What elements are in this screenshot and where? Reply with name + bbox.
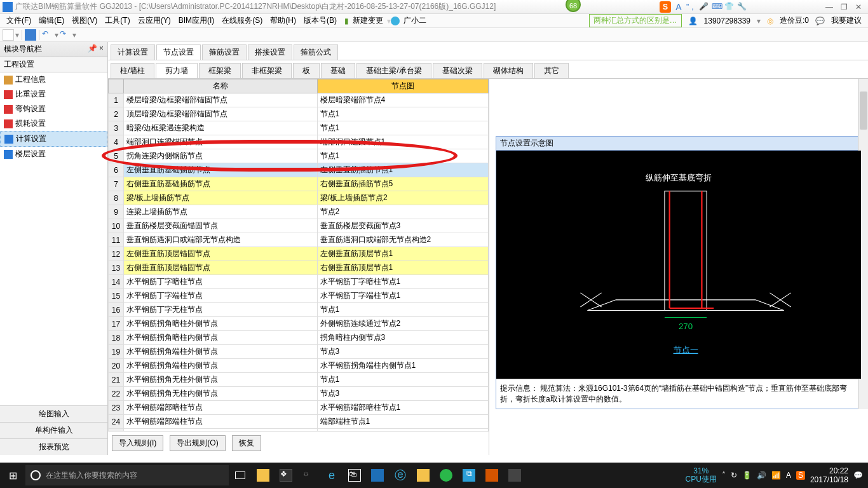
task-view-icon[interactable] bbox=[229, 463, 252, 488]
ime-quote-icon[interactable]: "， bbox=[686, 2, 696, 12]
table-row[interactable]: 2顶层暗梁/边框梁端部锚固节点节点1 bbox=[109, 107, 489, 121]
taskbar-search[interactable]: 在这里输入你要搜索的内容 bbox=[25, 465, 229, 485]
table-row[interactable]: 11垂直钢筋遇洞口或端部无节点构造垂直筋遇洞口或端部无节点构造2 bbox=[109, 233, 489, 247]
row-diagram[interactable]: 节点3 bbox=[317, 387, 488, 401]
minimize-button[interactable]: ― bbox=[825, 3, 833, 11]
row-diagram[interactable]: 梁/板上墙插筋节点2 bbox=[317, 191, 488, 205]
table-row[interactable]: 4端部洞口连梁锚固节点端部洞口连梁节点1 bbox=[109, 135, 489, 149]
col-name[interactable]: 名称 bbox=[124, 79, 318, 93]
row-diagram[interactable]: 楼层暗梁端部节点4 bbox=[317, 93, 488, 107]
taskbar-ie[interactable]: ⓔ bbox=[389, 463, 412, 488]
nav-item[interactable]: 楼层设置 bbox=[0, 147, 107, 161]
ime-shirt-icon[interactable]: 👕 bbox=[724, 2, 735, 12]
table-row[interactable]: 16水平钢筋丁字无柱节点节点1 bbox=[109, 303, 489, 317]
nav-item[interactable]: 计算设置 bbox=[0, 131, 107, 147]
table-row[interactable]: 24水平钢筋端部端柱节点端部端柱节点1 bbox=[109, 415, 489, 429]
taskbar-app6[interactable] bbox=[480, 463, 503, 488]
tray-sogo[interactable]: S bbox=[796, 471, 805, 480]
menu-item[interactable]: 在线服务(S) bbox=[218, 16, 266, 25]
row-diagram[interactable]: 拐角暗柱内侧节点3 bbox=[317, 331, 488, 345]
tab-lower[interactable]: 板 bbox=[293, 63, 320, 78]
redo-icon[interactable]: ↷ bbox=[60, 29, 71, 41]
sogou-icon[interactable]: S bbox=[660, 1, 671, 13]
row-name[interactable]: 梁/板上墙插筋节点 bbox=[124, 191, 318, 205]
taskbar-app4[interactable] bbox=[412, 463, 435, 488]
row-name[interactable]: 顶层暗梁/边框梁端部锚固节点 bbox=[124, 107, 318, 121]
row-diagram[interactable]: 右侧垂直筋顶层节点1 bbox=[317, 261, 488, 275]
import-rule-button[interactable]: 导入规则(I) bbox=[112, 435, 163, 451]
pin-icon[interactable]: 📌 × bbox=[88, 44, 104, 55]
row-diagram[interactable]: 节点1 bbox=[317, 373, 488, 387]
nav-bottom-button[interactable]: 单构件输入 bbox=[0, 422, 107, 438]
row-diagram[interactable]: 水平钢筋丁字端柱节点1 bbox=[317, 289, 488, 303]
row-name[interactable]: 水平钢筋拐角端柱内侧节点 bbox=[124, 359, 318, 373]
row-name[interactable]: 拐角连梁内侧钢筋节点 bbox=[124, 149, 318, 163]
taskbar-edge[interactable]: e bbox=[320, 463, 343, 488]
tab-lower[interactable]: 其它 bbox=[534, 63, 569, 78]
menu-item[interactable]: 文件(F) bbox=[3, 16, 35, 25]
row-name[interactable]: 暗梁/边框梁遇连梁构造 bbox=[124, 121, 318, 135]
row-name[interactable]: 水平钢筋端部端柱节点 bbox=[124, 415, 318, 429]
row-name[interactable]: 垂直钢筋遇洞口或端部无节点构造 bbox=[124, 233, 318, 247]
nav-bottom-button[interactable]: 报表预览 bbox=[0, 438, 107, 455]
table-row[interactable]: 17水平钢筋拐角暗柱外侧节点外侧钢筋连续通过节点2 bbox=[109, 317, 489, 331]
table-row[interactable]: 13右侧垂直筋顶层锚固节点右侧垂直筋顶层节点1 bbox=[109, 261, 489, 275]
row-diagram[interactable]: 外侧钢筋连续通过节点2 bbox=[317, 317, 488, 331]
row-name[interactable]: 端部洞口连梁锚固节点 bbox=[124, 135, 318, 149]
row-diagram[interactable]: 端部洞口连梁节点1 bbox=[317, 135, 488, 149]
table-row[interactable]: 18水平钢筋拐角暗柱内侧节点拐角暗柱内侧节点3 bbox=[109, 331, 489, 345]
taskbar-app2[interactable]: ☼ bbox=[297, 463, 320, 488]
avatar[interactable] bbox=[391, 17, 400, 25]
row-diagram[interactable]: 水平钢筋端部暗柱节点1 bbox=[317, 401, 488, 415]
nav-item[interactable]: 弯钩设置 bbox=[0, 102, 107, 116]
menu-item[interactable]: 编辑(E) bbox=[35, 16, 68, 25]
tray-sync-icon[interactable]: ↻ bbox=[731, 471, 737, 480]
tab-lower[interactable]: 非框架梁 bbox=[242, 63, 292, 78]
col-diagram[interactable]: 节点图 bbox=[317, 79, 488, 93]
tray-up-icon[interactable]: ˄ bbox=[722, 471, 726, 480]
nav-bottom-button[interactable]: 绘图输入 bbox=[0, 405, 107, 422]
tab-lower[interactable]: 剪力墙 bbox=[156, 63, 198, 78]
row-name[interactable]: 水平钢筋拐角暗柱内侧节点 bbox=[124, 331, 318, 345]
close-button[interactable]: ✕ bbox=[855, 3, 862, 11]
maximize-button[interactable]: ❐ bbox=[841, 3, 848, 11]
row-diagram[interactable]: 节点3 bbox=[317, 345, 488, 359]
feedback-icon[interactable]: 💬 bbox=[815, 17, 825, 25]
clock[interactable]: 20:222017/10/18 bbox=[810, 466, 848, 485]
tab-lower[interactable]: 基础 bbox=[321, 63, 355, 78]
table-row[interactable]: 22水平钢筋拐角无柱内侧节点节点3 bbox=[109, 387, 489, 401]
undo-icon[interactable]: ↶ bbox=[42, 29, 53, 41]
menu-item[interactable]: BIM应用(I) bbox=[175, 16, 219, 25]
nav-subheader[interactable]: 工程设置 bbox=[0, 57, 107, 72]
nav-item[interactable]: 工程信息 bbox=[0, 72, 107, 87]
tray-ime-a[interactable]: A bbox=[786, 471, 791, 480]
row-name[interactable]: 水平钢筋端部暗柱节点 bbox=[124, 401, 318, 415]
table-row[interactable]: 12左侧垂直筋顶层锚固节点左侧垂直筋顶层节点1 bbox=[109, 247, 489, 261]
row-name[interactable]: 水平钢筋拐角无柱内侧节点 bbox=[124, 387, 318, 401]
table-row[interactable]: 10垂直筋楼层变截面锚固节点垂直筋楼层变截面节点3 bbox=[109, 219, 489, 233]
taskbar-app3[interactable] bbox=[366, 463, 389, 488]
row-diagram[interactable]: 左侧垂直筋插筋节点1 bbox=[317, 163, 488, 177]
tab-upper[interactable]: 箍筋公式 bbox=[294, 44, 338, 60]
taskbar-store[interactable]: 🛍 bbox=[343, 463, 366, 488]
table-row[interactable]: 23水平钢筋端部暗柱节点水平钢筋端部暗柱节点1 bbox=[109, 401, 489, 415]
tray-volume-icon[interactable]: 🔊 bbox=[757, 471, 766, 480]
row-name[interactable]: 水平钢筋丁字暗柱节点 bbox=[124, 275, 318, 289]
nav-item[interactable]: 比重设置 bbox=[0, 87, 107, 102]
tab-lower[interactable]: 砌体结构 bbox=[484, 63, 533, 78]
row-diagram[interactable]: 垂直筋楼层变截面节点3 bbox=[317, 219, 488, 233]
table-row[interactable]: 14水平钢筋丁字暗柱节点水平钢筋丁字暗柱节点1 bbox=[109, 275, 489, 289]
row-diagram[interactable]: 水平钢筋丁字暗柱节点1 bbox=[317, 275, 488, 289]
table-row[interactable]: 7右侧垂直筋基础插筋节点右侧垂直筋插筋节点5 bbox=[109, 177, 489, 191]
table-row[interactable]: 1楼层暗梁/边框梁端部锚固节点楼层暗梁端部节点4 bbox=[109, 93, 489, 107]
row-name[interactable]: 左侧垂直筋基础插筋节点 bbox=[124, 163, 318, 177]
row-name[interactable]: 右侧垂直筋基础插筋节点 bbox=[124, 177, 318, 191]
ime-tool-icon[interactable]: 🔧 bbox=[737, 2, 747, 12]
table-row[interactable]: 9连梁上墙插筋节点节点2 bbox=[109, 205, 489, 219]
ime-mic-icon[interactable]: 🎤 bbox=[699, 2, 709, 12]
tray-wifi-icon[interactable]: 📶 bbox=[771, 471, 781, 480]
tab-upper[interactable]: 计算设置 bbox=[111, 44, 155, 60]
taskbar-360[interactable] bbox=[435, 463, 458, 488]
row-diagram[interactable]: 节点1 bbox=[317, 303, 488, 317]
table-row[interactable]: 15水平钢筋丁字端柱节点水平钢筋丁字端柱节点1 bbox=[109, 289, 489, 303]
